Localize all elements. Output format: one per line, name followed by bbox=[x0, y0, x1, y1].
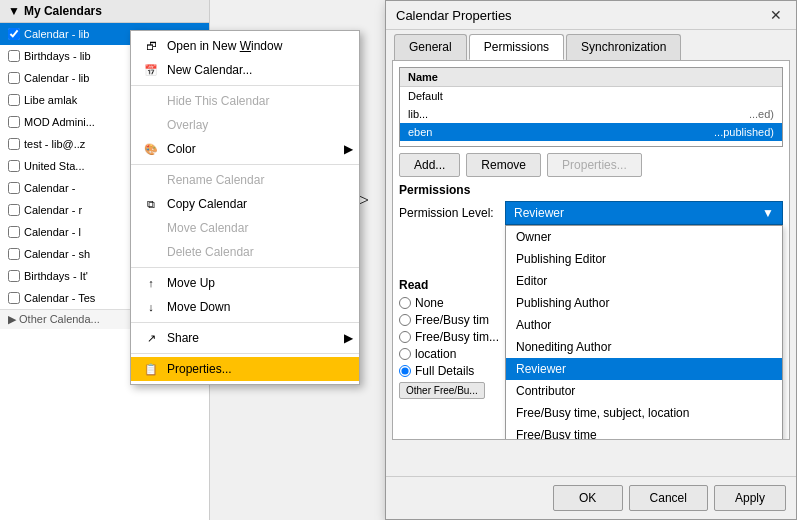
color-submenu-arrow: ▶ bbox=[344, 142, 353, 156]
dropdown-item-editor[interactable]: Editor bbox=[506, 270, 782, 292]
dropdown-list: Owner Publishing Editor Editor Publishin… bbox=[505, 225, 783, 440]
properties-button[interactable]: Properties... bbox=[547, 153, 642, 177]
calendar-checkbox-2[interactable] bbox=[8, 50, 20, 62]
read-title: Read bbox=[399, 278, 522, 292]
ctx-move-down[interactable]: ↓ Move Down bbox=[131, 295, 359, 319]
read-column: Read None Free/Busy tim Free/Busy tim... bbox=[399, 278, 522, 399]
dropdown-item-reviewer[interactable]: Reviewer bbox=[506, 358, 782, 380]
ctx-hide-calendar-label: Hide This Calendar bbox=[167, 94, 270, 108]
other-freebusy-button[interactable]: Other Free/Bu... bbox=[399, 382, 485, 399]
read-full-details-label: Full Details bbox=[415, 364, 474, 378]
ctx-overlay[interactable]: Overlay bbox=[131, 113, 359, 137]
calendar-label-6: test - lib@..z bbox=[24, 138, 85, 150]
calendar-label-7: United Sta... bbox=[24, 160, 85, 172]
dialog-title: Calendar Properties bbox=[396, 8, 512, 23]
calendar-checkbox-8[interactable] bbox=[8, 182, 20, 194]
calendar-checkbox-12[interactable] bbox=[8, 270, 20, 282]
ctx-color[interactable]: 🎨 Color ▶ bbox=[131, 137, 359, 161]
ctx-delete[interactable]: Delete Calendar bbox=[131, 240, 359, 264]
tab-synchronization[interactable]: Synchronization bbox=[566, 34, 681, 60]
ctx-share[interactable]: ↗ Share ▶ bbox=[131, 326, 359, 350]
calendar-checkbox-13[interactable] bbox=[8, 292, 20, 304]
collapse-icon[interactable]: ▼ bbox=[8, 4, 20, 18]
dropdown-item-freebusy[interactable]: Free/Busy time bbox=[506, 424, 782, 440]
calendar-label-13: Calendar - Tes bbox=[24, 292, 95, 304]
perm-row-eben[interactable]: eben ...published) bbox=[400, 123, 782, 141]
calendar-checkbox-4[interactable] bbox=[8, 94, 20, 106]
separator-2 bbox=[131, 164, 359, 165]
add-button[interactable]: Add... bbox=[399, 153, 460, 177]
ctx-move-up-label: Move Up bbox=[167, 276, 215, 290]
calendar-label-9: Calendar - r bbox=[24, 204, 82, 216]
read-freebusy-loc[interactable]: Free/Busy tim... bbox=[399, 330, 522, 344]
read-full-details[interactable]: Full Details bbox=[399, 364, 522, 378]
read-full-details-radio[interactable] bbox=[399, 365, 411, 377]
read-none-label: None bbox=[415, 296, 444, 310]
calendar-label-11: Calendar - sh bbox=[24, 248, 90, 260]
calendar-label-3: Calendar - lib bbox=[24, 72, 89, 84]
read-location-label: location bbox=[415, 347, 456, 361]
calendar-checkbox-6[interactable] bbox=[8, 138, 20, 150]
permission-level-label: Permission Level: bbox=[399, 206, 499, 220]
dropdown-item-freebusy-loc[interactable]: Free/Busy time, subject, location bbox=[506, 402, 782, 424]
permission-level-value: Reviewer bbox=[514, 206, 564, 220]
ctx-properties[interactable]: 📋 Properties... bbox=[131, 357, 359, 381]
dropdown-item-pub-editor[interactable]: Publishing Editor bbox=[506, 248, 782, 270]
calendar-checkbox-9[interactable] bbox=[8, 204, 20, 216]
ctx-rename[interactable]: Rename Calendar bbox=[131, 168, 359, 192]
expand-icon: ▶ bbox=[8, 313, 16, 325]
ctx-move-up[interactable]: ↑ Move Up bbox=[131, 271, 359, 295]
dropdown-item-owner[interactable]: Owner bbox=[506, 226, 782, 248]
apply-button[interactable]: Apply bbox=[714, 485, 786, 511]
ok-button[interactable]: OK bbox=[553, 485, 623, 511]
calendar-checkbox-3[interactable] bbox=[8, 72, 20, 84]
other-freebusy-row[interactable]: Other Free/Bu... bbox=[399, 382, 522, 399]
read-location[interactable]: location bbox=[399, 347, 522, 361]
remove-button[interactable]: Remove bbox=[466, 153, 541, 177]
ctx-move[interactable]: Move Calendar bbox=[131, 216, 359, 240]
move-up-icon: ↑ bbox=[143, 275, 159, 291]
perm-row-lib[interactable]: lib... ...ed) bbox=[400, 105, 782, 123]
ctx-new-calendar-label: New Calendar... bbox=[167, 63, 252, 77]
overlay-icon bbox=[143, 117, 159, 133]
calendar-checkbox-10[interactable] bbox=[8, 226, 20, 238]
new-calendar-icon: 📅 bbox=[143, 62, 159, 78]
perm-row-default[interactable]: Default bbox=[400, 87, 782, 105]
ctx-move-down-label: Move Down bbox=[167, 300, 230, 314]
read-location-radio[interactable] bbox=[399, 348, 411, 360]
dialog-tabs: General Permissions Synchronization bbox=[386, 30, 796, 60]
ctx-color-label: Color bbox=[167, 142, 196, 156]
ctx-open-new-window[interactable]: 🗗 Open in New Window bbox=[131, 34, 359, 58]
permissions-section-title: Permissions bbox=[399, 183, 783, 197]
cancel-button[interactable]: Cancel bbox=[629, 485, 708, 511]
calendar-checkbox-1[interactable] bbox=[8, 28, 20, 40]
read-freebusy[interactable]: Free/Busy tim bbox=[399, 313, 522, 327]
read-none-radio[interactable] bbox=[399, 297, 411, 309]
dropdown-item-contributor[interactable]: Contributor bbox=[506, 380, 782, 402]
calendar-checkbox-11[interactable] bbox=[8, 248, 20, 260]
dialog-footer: OK Cancel Apply bbox=[386, 476, 796, 519]
dialog-titlebar: Calendar Properties ✕ bbox=[386, 1, 796, 30]
close-button[interactable]: ✕ bbox=[766, 7, 786, 23]
tab-permissions[interactable]: Permissions bbox=[469, 34, 564, 60]
calendar-label-5: MOD Admini... bbox=[24, 116, 95, 128]
permission-level-dropdown[interactable]: Reviewer ▼ bbox=[505, 201, 783, 225]
ctx-hide-calendar[interactable]: Hide This Calendar bbox=[131, 89, 359, 113]
properties-icon: 📋 bbox=[143, 361, 159, 377]
share-submenu-arrow: ▶ bbox=[344, 331, 353, 345]
calendar-checkbox-7[interactable] bbox=[8, 160, 20, 172]
read-freebusy-radio[interactable] bbox=[399, 314, 411, 326]
permissions-list: Name Default lib... ...ed) eben ...publi… bbox=[399, 67, 783, 147]
read-freebusy-loc-radio[interactable] bbox=[399, 331, 411, 343]
ctx-new-calendar[interactable]: 📅 New Calendar... bbox=[131, 58, 359, 82]
dropdown-item-pub-author[interactable]: Publishing Author bbox=[506, 292, 782, 314]
ctx-copy[interactable]: ⧉ Copy Calendar bbox=[131, 192, 359, 216]
perm-row-email[interactable]: lib@calendpro.adminrsoft.com bbox=[400, 141, 782, 147]
read-none[interactable]: None bbox=[399, 296, 522, 310]
calendar-label-12: Birthdays - It' bbox=[24, 270, 88, 282]
dropdown-item-nonedit-author[interactable]: Nonediting Author bbox=[506, 336, 782, 358]
dropdown-item-author[interactable]: Author bbox=[506, 314, 782, 336]
calendar-checkbox-5[interactable] bbox=[8, 116, 20, 128]
ctx-overlay-label: Overlay bbox=[167, 118, 208, 132]
tab-general[interactable]: General bbox=[394, 34, 467, 60]
